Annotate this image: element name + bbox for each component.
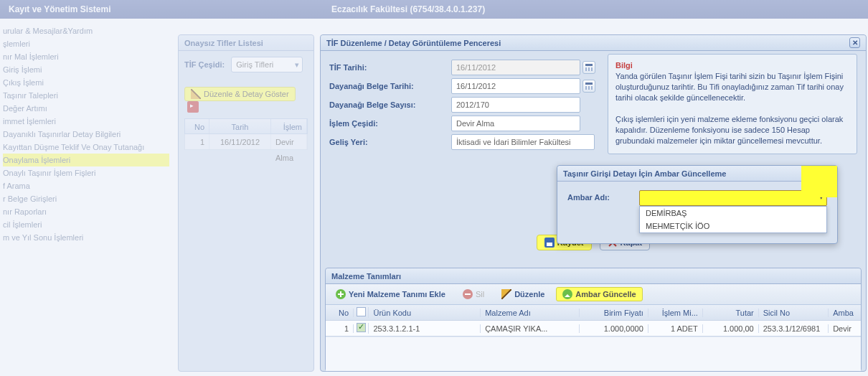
ambar-update-button[interactable]: Ambar Güncelle [556, 287, 642, 301]
malzeme-toolbar: Yeni Malzeme Tanımı Ekle Sil Düzenle Amb… [326, 284, 861, 305]
tif-cesidi-combo[interactable]: Giriş Tifleri [231, 57, 303, 72]
sidebar-item[interactable]: immet İşlemleri [3, 115, 169, 128]
ambar-label: Ambar Adı: [567, 190, 632, 202]
edit-material-button[interactable]: Düzenle [496, 288, 550, 301]
sidebar-menu: urular & Mesajlar&Yardımşlemlerinır Mal … [0, 19, 172, 250]
select-all-checkbox[interactable] [357, 307, 366, 316]
malzeme-title: Malzeme Tanımları [331, 268, 401, 284]
ambar-combo[interactable] [639, 190, 827, 206]
ribbon: Kayıt ve Yönetim Sistemi Eczacılık Fakül… [0, 0, 868, 19]
tif-tarih-label: TİF Tarihi: [329, 63, 451, 72]
tif-tarih-input[interactable]: 16/11/2012 [451, 60, 580, 75]
info-box: Bilgi Yanda görülen Taşınır İşlem Fişi t… [608, 54, 857, 154]
tif-edit-header: TİF Düzenleme / Detay Görüntüleme Pencer… [321, 35, 866, 51]
ambar-popup: Taşınır Girişi Detayı İçin Ambar Güncell… [557, 165, 838, 244]
sidebar-item[interactable]: Çıkış İşlemi [3, 76, 169, 89]
add-material-button[interactable]: Yeni Malzeme Tanımı Ekle [330, 288, 451, 301]
sidebar-item[interactable]: m ve Yıl Sonu İşlemleri [3, 231, 169, 244]
info-p2: Çıkış işlemleri için yeni malzeme ekleme… [615, 115, 843, 145]
sidebar-item[interactable]: Dayanıklı Taşınırlar Detay Bilgileri [3, 128, 169, 141]
plus-icon [336, 289, 346, 299]
islem-cesidi-input[interactable]: Devir Alma [451, 116, 580, 131]
tifler-panel: Onaysız Tifler Listesi TİF Çeşidi: Giriş… [178, 34, 314, 372]
sidebar-item[interactable]: Giriş İşlemi [3, 63, 169, 76]
pencil-icon [501, 289, 511, 299]
dayanak-tarih-label: Dayanağı Belge Tarihi: [329, 82, 451, 90]
info-p1: Yanda görülen Taşınır İşlem Fişi tarihi … [615, 72, 844, 102]
info-title: Bilgi [615, 61, 633, 70]
ambar-dropdown-list: DEMİRBAŞ MEHMETÇİK İÖO [639, 206, 827, 233]
calendar-icon[interactable] [582, 80, 595, 93]
tifler-grid-row[interactable]: 1 16/11/2012 Devir Alma [184, 134, 308, 150]
tifler-grid-header: No Tarih İşlem [184, 118, 308, 134]
minus-icon [463, 289, 473, 299]
malzeme-grid-row[interactable]: 1 253.3.1.2.1-1 ÇAMAŞIR YIKA... 1.000,00… [326, 321, 861, 337]
sidebar-item[interactable]: urular & Mesajlar&Yardım [3, 24, 169, 37]
sidebar-item[interactable]: f Arama [3, 179, 169, 192]
gelis-yeri-input[interactable]: İktisadi ve İdari Bilimler Fakültesi [451, 134, 595, 150]
sidebar-item[interactable]: nır Mal İşlemleri [3, 50, 169, 63]
sidebar-item[interactable]: Onaylama İşlemleri [3, 154, 169, 166]
sidebar-item[interactable]: Değer Artımı [3, 102, 169, 115]
tifler-panel-header: Onaysız Tifler Listesi [179, 35, 313, 51]
up-arrow-icon [562, 289, 572, 299]
tif-edit-title: TİF Düzenleme / Detay Görüntüleme Pencer… [326, 35, 501, 51]
ambar-option[interactable]: MEHMETÇİK İÖO [640, 220, 826, 232]
ambar-option[interactable]: DEMİRBAŞ [640, 207, 826, 220]
edit-detail-button[interactable]: Düzenle & Detay Göster [184, 87, 296, 101]
pdf-icon[interactable] [187, 101, 199, 113]
sidebar-item[interactable]: şlemleri [3, 37, 169, 50]
dayanak-sayi-label: Dayanağı Belge Sayısı: [329, 100, 451, 109]
sidebar-item[interactable]: r Belge Girişleri [3, 192, 169, 205]
sidebar-item[interactable]: Kayıttan Düşme Teklif Ve Onay Tutanağı [3, 141, 169, 154]
dayanak-sayi-input[interactable]: 2012/170 [451, 97, 580, 113]
malzeme-panel: Malzeme Tanımları Yeni Malzeme Tanımı Ek… [325, 268, 862, 372]
islem-cesidi-label: İşlem Çeşidi: [329, 119, 451, 128]
sidebar-item[interactable]: Onaylı Taşınır İşlem Fişleri [3, 166, 169, 179]
pencil-icon [191, 89, 201, 99]
sidebar-item[interactable]: cil İşlemleri [3, 218, 169, 231]
sidebar-item[interactable]: Taşınır Talepleri [3, 89, 169, 102]
calendar-icon[interactable] [582, 61, 595, 74]
gelis-yeri-label: Geliş Yeri: [329, 138, 451, 146]
disk-icon [544, 238, 555, 248]
ribbon-center-title: Eczacılık Fakültesi (6754/38.4.0.1.237) [331, 0, 485, 19]
malzeme-grid-header: No Ürün Kodu Malzeme Adı Birim Fiyatı İş… [326, 305, 861, 321]
ambar-popup-close-icon[interactable]: ✕ [821, 168, 831, 179]
ambar-popup-header: Taşınır Girişi Detayı İçin Ambar Güncell… [557, 166, 837, 182]
tif-edit-close-icon[interactable]: ✕ [849, 37, 860, 48]
tifler-panel-title: Onaysız Tifler Listesi [184, 35, 263, 51]
ambar-popup-title: Taşınır Girişi Detayı İçin Ambar Güncell… [563, 166, 726, 182]
sidebar-item[interactable]: nır Raporları [3, 205, 169, 218]
row-checkbox[interactable] [357, 323, 366, 332]
dayanak-tarih-input[interactable]: 16/11/2012 [451, 78, 580, 94]
tif-cesidi-label: TİF Çeşidi: [184, 60, 225, 69]
delete-material-button[interactable]: Sil [457, 288, 490, 301]
ribbon-left-title: Kayıt ve Yönetim Sistemi [9, 0, 331, 19]
